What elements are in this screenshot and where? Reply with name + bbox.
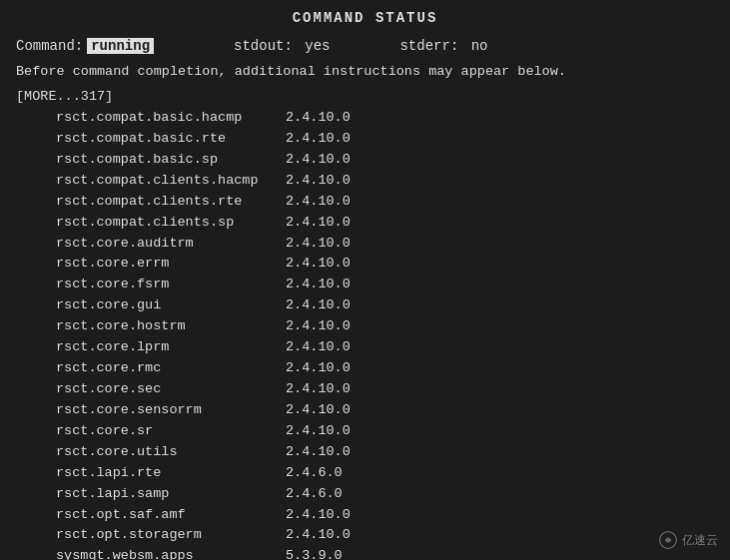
package-row: rsct.compat.basic.hacmp2.4.10.0 bbox=[16, 108, 714, 129]
package-row: rsct.opt.saf.amf2.4.10.0 bbox=[16, 505, 714, 526]
package-row: rsct.core.auditrm2.4.10.0 bbox=[16, 234, 714, 255]
package-name: rsct.lapi.samp bbox=[16, 484, 286, 505]
more-line: [MORE...317] bbox=[16, 89, 714, 104]
stderr-value: no bbox=[471, 38, 488, 54]
package-row: rsct.core.sec2.4.10.0 bbox=[16, 379, 714, 400]
package-name: sysmgt.websm.apps bbox=[16, 546, 286, 560]
stdout-status: stdout: yes bbox=[234, 38, 330, 54]
package-version: 2.4.10.0 bbox=[286, 234, 351, 255]
package-row: rsct.compat.clients.hacmp2.4.10.0 bbox=[16, 171, 714, 192]
package-version: 2.4.10.0 bbox=[286, 505, 351, 526]
package-row: rsct.core.errm2.4.10.0 bbox=[16, 254, 714, 275]
watermark-icon bbox=[658, 530, 678, 550]
package-row: rsct.compat.basic.sp2.4.10.0 bbox=[16, 150, 714, 171]
package-row: rsct.core.sensorrm2.4.10.0 bbox=[16, 400, 714, 421]
package-version: 2.4.10.0 bbox=[286, 171, 351, 192]
package-name: rsct.core.sec bbox=[16, 379, 286, 400]
watermark: 亿速云 bbox=[658, 530, 718, 550]
package-version: 2.4.10.0 bbox=[286, 379, 351, 400]
stdout-value: yes bbox=[305, 38, 330, 54]
package-version: 2.4.10.0 bbox=[286, 295, 351, 316]
package-name: rsct.core.sr bbox=[16, 421, 286, 442]
package-row: rsct.core.gui2.4.10.0 bbox=[16, 295, 714, 316]
package-version: 2.4.6.0 bbox=[286, 463, 343, 484]
package-name: rsct.opt.saf.amf bbox=[16, 505, 286, 526]
package-row: rsct.core.sr2.4.10.0 bbox=[16, 421, 714, 442]
package-name: rsct.opt.storagerm bbox=[16, 525, 286, 546]
package-row: sysmgt.websm.apps5.3.9.0 bbox=[16, 546, 714, 560]
package-version: 2.4.10.0 bbox=[286, 254, 351, 275]
package-row: rsct.core.rmc2.4.10.0 bbox=[16, 358, 714, 379]
package-row: rsct.core.lprm2.4.10.0 bbox=[16, 337, 714, 358]
package-name: rsct.core.lprm bbox=[16, 337, 286, 358]
package-name: rsct.core.errm bbox=[16, 254, 286, 275]
package-row: rsct.lapi.rte2.4.6.0 bbox=[16, 463, 714, 484]
package-row: rsct.core.fsrm2.4.10.0 bbox=[16, 275, 714, 295]
package-version: 2.4.6.0 bbox=[286, 484, 343, 505]
package-version: 2.4.10.0 bbox=[286, 358, 351, 379]
package-version: 2.4.10.0 bbox=[286, 525, 351, 546]
info-line: Before command completion, additional in… bbox=[16, 64, 714, 79]
stdout-label: stdout: bbox=[234, 38, 293, 54]
package-version: 2.4.10.0 bbox=[286, 150, 351, 171]
package-version: 2.4.10.0 bbox=[286, 421, 351, 442]
watermark-text: 亿速云 bbox=[682, 532, 718, 549]
package-row: rsct.opt.storagerm2.4.10.0 bbox=[16, 525, 714, 546]
package-name: rsct.compat.clients.sp bbox=[16, 213, 286, 234]
header-title: COMMAND STATUS bbox=[16, 10, 714, 26]
package-name: rsct.compat.basic.rte bbox=[16, 129, 286, 150]
command-label: Command: bbox=[16, 38, 83, 54]
package-version: 2.4.10.0 bbox=[286, 400, 351, 421]
package-version: 2.4.10.0 bbox=[286, 213, 351, 234]
package-row: rsct.core.utils2.4.10.0 bbox=[16, 442, 714, 463]
terminal-window: COMMAND STATUS Command: running stdout: … bbox=[0, 0, 730, 560]
stderr-label: stderr: bbox=[399, 38, 458, 54]
package-name: rsct.core.hostrm bbox=[16, 316, 286, 337]
package-version: 2.4.10.0 bbox=[286, 275, 351, 295]
package-name: rsct.compat.basic.hacmp bbox=[16, 108, 286, 129]
package-version: 2.4.10.0 bbox=[286, 192, 351, 213]
package-version: 2.4.10.0 bbox=[286, 337, 351, 358]
package-name: rsct.compat.basic.sp bbox=[16, 150, 286, 171]
package-name: rsct.core.utils bbox=[16, 442, 286, 463]
package-name: rsct.core.rmc bbox=[16, 358, 286, 379]
package-version: 2.4.10.0 bbox=[286, 442, 351, 463]
package-name: rsct.core.sensorrm bbox=[16, 400, 286, 421]
package-row: rsct.compat.basic.rte2.4.10.0 bbox=[16, 129, 714, 150]
package-row: rsct.core.hostrm2.4.10.0 bbox=[16, 316, 714, 337]
package-name: rsct.compat.clients.rte bbox=[16, 192, 286, 213]
package-name: rsct.core.auditrm bbox=[16, 234, 286, 255]
package-list: rsct.compat.basic.hacmp2.4.10.0rsct.comp… bbox=[16, 108, 714, 560]
stderr-status: stderr: no bbox=[399, 38, 487, 54]
package-version: 2.4.10.0 bbox=[286, 316, 351, 337]
package-row: rsct.compat.clients.rte2.4.10.0 bbox=[16, 192, 714, 213]
package-name: rsct.core.fsrm bbox=[16, 275, 286, 295]
package-name: rsct.compat.clients.hacmp bbox=[16, 171, 286, 192]
package-row: rsct.lapi.samp2.4.6.0 bbox=[16, 484, 714, 505]
package-name: rsct.core.gui bbox=[16, 295, 286, 316]
status-line: Command: running stdout: yes stderr: no bbox=[16, 38, 714, 54]
package-version: 5.3.9.0 bbox=[286, 546, 343, 560]
package-name: rsct.lapi.rte bbox=[16, 463, 286, 484]
package-version: 2.4.10.0 bbox=[286, 129, 351, 150]
package-row: rsct.compat.clients.sp2.4.10.0 bbox=[16, 213, 714, 234]
command-value: running bbox=[87, 38, 154, 54]
package-version: 2.4.10.0 bbox=[286, 108, 351, 129]
